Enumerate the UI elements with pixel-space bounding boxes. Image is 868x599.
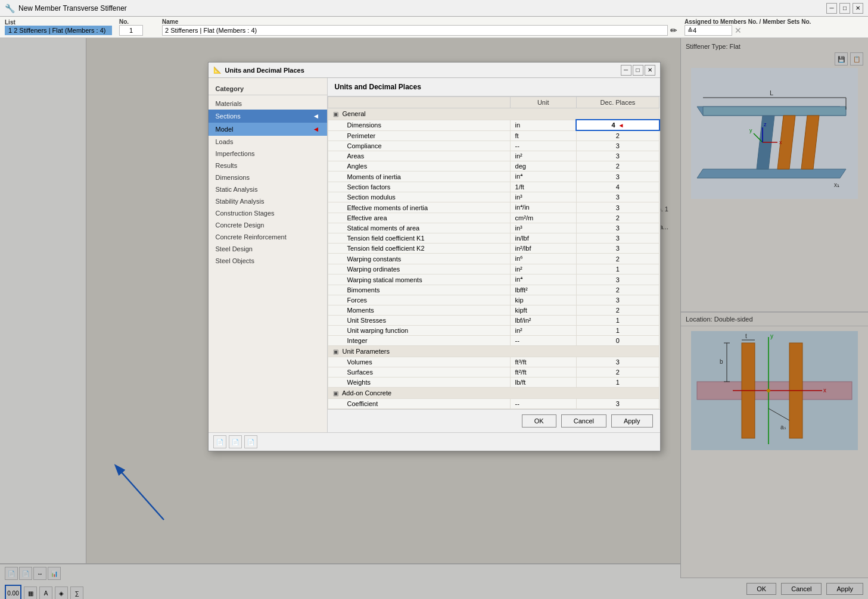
modal-ok-button[interactable]: OK bbox=[522, 414, 556, 428]
table-row: Tension field coefficient K1 in/lbf 3 bbox=[328, 233, 659, 244]
table-row: Warping constants in⁶ 2 bbox=[328, 254, 659, 264]
modal-bottom-toolbar: 📄 📄 📄 bbox=[209, 432, 660, 451]
row-dimensions-label: Dimensions bbox=[328, 120, 510, 130]
section-general-label: General bbox=[343, 110, 366, 117]
category-results[interactable]: Results bbox=[209, 160, 327, 171]
table-row: Unit warping function in² 1 bbox=[328, 326, 659, 336]
row-dimensions-dec[interactable]: 4 ◄ bbox=[576, 120, 659, 130]
category-list: Category Materials Sections ◄ Model ◄ bbox=[209, 78, 328, 432]
table-row: Integer -- 0 bbox=[328, 336, 659, 346]
modal-minimize-button[interactable]: ─ bbox=[621, 65, 631, 76]
section-unit-params-header: ▣ Unit Parameters bbox=[328, 346, 659, 357]
table-row: Section modulus in³ 3 bbox=[328, 192, 659, 202]
app-title: New Member Transverse Stiffener bbox=[18, 4, 127, 13]
category-header: Category bbox=[209, 83, 327, 95]
table-row: Moments kipft 2 bbox=[328, 305, 659, 316]
category-sections[interactable]: Sections ◄ bbox=[209, 110, 327, 123]
table-row: Moments of inertia in⁴ 3 bbox=[328, 171, 659, 182]
table-row: Compliance -- 3 bbox=[328, 141, 659, 151]
section-general-header: ▣ General bbox=[328, 108, 659, 120]
category-stability-analysis[interactable]: Stability Analysis bbox=[209, 195, 327, 207]
list-label: List bbox=[5, 19, 112, 26]
col-header-name bbox=[328, 97, 510, 108]
table-row: Surfaces ft²/ft 2 bbox=[328, 367, 659, 378]
category-concrete-design[interactable]: Concrete Design bbox=[209, 219, 327, 231]
table-row: Perimeter ft 2 bbox=[328, 130, 659, 141]
header-row: List 1 2 Stiffeners | Flat (Members : 4)… bbox=[0, 17, 868, 38]
modal-cancel-button[interactable]: Cancel bbox=[561, 414, 606, 428]
maximize-button[interactable]: □ bbox=[839, 3, 850, 14]
table-row: Coefficient -- 3 bbox=[328, 399, 659, 409]
category-dimensions[interactable]: Dimensions bbox=[209, 171, 327, 183]
table-row: Warping ordinates in² 1 bbox=[328, 264, 659, 274]
row-dimensions-unit: in bbox=[510, 120, 576, 130]
col-header-dec: Dec. Places bbox=[576, 97, 659, 108]
table-row: Areas in² 3 bbox=[328, 151, 659, 161]
table-row: Weights lb/ft 1 bbox=[328, 378, 659, 388]
assigned-input[interactable] bbox=[685, 25, 732, 36]
units-dialog: 📐 Units and Decimal Places ─ □ ✕ Categor… bbox=[208, 62, 661, 451]
table-row: Warping statical moments in⁴ 3 bbox=[328, 274, 659, 285]
section-toggle-unit-params[interactable]: ▣ bbox=[333, 348, 338, 355]
modal-maximize-button[interactable]: □ bbox=[633, 65, 643, 76]
modal-content[interactable]: Unit Dec. Places ▣ Gener bbox=[328, 96, 660, 409]
table-row: Forces kip 3 bbox=[328, 295, 659, 305]
table-row: Dimensions in 4 ◄ bbox=[328, 120, 659, 130]
modal-apply-button[interactable]: Apply bbox=[611, 414, 653, 428]
modal-toolbar-btn-2[interactable]: 📄 bbox=[229, 435, 242, 448]
modal-right-header: Units and Decimal Places bbox=[328, 78, 660, 96]
minimize-button[interactable]: ─ bbox=[826, 3, 837, 14]
modal-close-button[interactable]: ✕ bbox=[645, 65, 655, 76]
category-construction-stages[interactable]: Construction Stages bbox=[209, 207, 327, 219]
table-row: Effective area cm²/m 2 bbox=[328, 213, 659, 223]
table-row: Effective moments of inertia in⁴/in 3 bbox=[328, 202, 659, 213]
section-unit-params-label: Unit Parameters bbox=[343, 348, 390, 355]
section-addon-label: Add-on Concrete bbox=[342, 389, 391, 397]
modal-icon: 📐 bbox=[213, 66, 222, 74]
no-label: No. bbox=[119, 18, 155, 25]
title-bar: 🔧 New Member Transverse Stiffener ─ □ ✕ bbox=[0, 0, 868, 17]
units-table: Unit Dec. Places ▣ Gener bbox=[328, 96, 660, 409]
category-static-analysis[interactable]: Static Analysis bbox=[209, 183, 327, 195]
table-row: Volumes ft³/ft 3 bbox=[328, 357, 659, 367]
close-button[interactable]: ✕ bbox=[853, 3, 863, 14]
table-row: Section factors 1/ft 4 bbox=[328, 182, 659, 192]
category-loads[interactable]: Loads bbox=[209, 136, 327, 148]
list-value[interactable]: 1 2 Stiffeners | Flat (Members : 4) bbox=[5, 26, 112, 35]
category-concrete-reinforcement[interactable]: Concrete Reinforcement bbox=[209, 231, 327, 243]
assigned-clear-icon[interactable]: ✕ bbox=[735, 26, 742, 35]
table-row: Bimoments lbfft² 2 bbox=[328, 285, 659, 295]
category-imperfections[interactable]: Imperfections bbox=[209, 148, 327, 160]
col-header-unit: Unit bbox=[510, 97, 576, 108]
modal-overlay: 📐 Units and Decimal Places ─ □ ✕ Categor… bbox=[0, 38, 868, 599]
category-materials[interactable]: Materials bbox=[209, 98, 327, 110]
name-label: Name bbox=[162, 18, 677, 25]
name-input[interactable] bbox=[162, 25, 668, 36]
modal-toolbar-btn-1[interactable]: 📄 bbox=[213, 435, 226, 448]
assigned-label: Assigned to Members No. / Member Sets No… bbox=[685, 18, 863, 25]
section-toggle-addon[interactable]: ▣ bbox=[333, 390, 338, 397]
section-toggle-general[interactable]: ▣ bbox=[333, 111, 338, 117]
edit-icon[interactable]: ✏ bbox=[670, 26, 677, 35]
section-addon-header: ▣ Add-on Concrete bbox=[328, 388, 659, 399]
modal-titlebar: 📐 Units and Decimal Places ─ □ ✕ bbox=[209, 63, 660, 78]
table-row: Unit Stresses lbf/in² 1 bbox=[328, 316, 659, 326]
category-steel-design[interactable]: Steel Design bbox=[209, 243, 327, 255]
table-row: Angles deg 2 bbox=[328, 161, 659, 171]
category-model[interactable]: Model ◄ bbox=[209, 123, 327, 136]
category-steel-objects[interactable]: Steel Objects bbox=[209, 255, 327, 267]
table-row: Statical moments of area in³ 3 bbox=[328, 223, 659, 233]
modal-toolbar-btn-3[interactable]: 📄 bbox=[244, 435, 257, 448]
no-input[interactable]: 1 bbox=[119, 25, 143, 36]
modal-title: Units and Decimal Places bbox=[225, 67, 304, 74]
modal-right-panel: Units and Decimal Places Unit Dec. Place… bbox=[328, 78, 660, 432]
modal-footer: OK Cancel Apply bbox=[328, 409, 660, 432]
table-row: Tension field coefficient K2 in²/lbf 3 bbox=[328, 244, 659, 254]
app-icon: 🔧 bbox=[5, 4, 15, 13]
